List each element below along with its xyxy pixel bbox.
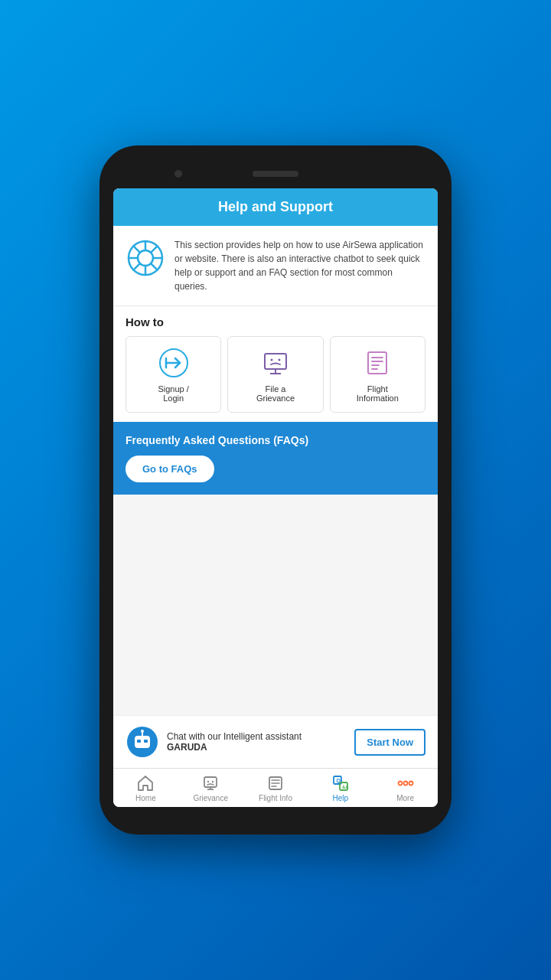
flight-info-card[interactable]: FlightInformation	[330, 336, 425, 413]
faq-title: Frequently Asked Questions (FAQs)	[126, 434, 425, 446]
howto-cards-container: Signup /Login File aGri	[126, 336, 425, 422]
phone-screen: Help and Support	[113, 188, 438, 807]
nav-label-more: More	[396, 794, 414, 802]
svg-text:Q: Q	[336, 778, 341, 784]
nav-label-flight-info: Flight Info	[259, 794, 292, 802]
nav-item-home[interactable]: Home	[113, 769, 178, 807]
chatbot-bar: Chat with our Intelligent assistant GARU…	[113, 715, 438, 768]
chatbot-text-block: Chat with our Intelligent assistant GARU…	[167, 731, 347, 753]
flight-info-nav-icon	[267, 775, 284, 792]
svg-point-16	[270, 359, 272, 361]
file-grievance-card[interactable]: File aGrievance	[227, 336, 323, 413]
svg-text:&A: &A	[342, 785, 349, 789]
nav-item-help[interactable]: Q &A Help	[308, 769, 373, 807]
grievance-label: File aGrievance	[256, 384, 295, 403]
home-icon	[137, 775, 154, 792]
start-now-button[interactable]: Start Now	[354, 729, 425, 756]
page-header: Help and Support	[113, 188, 438, 226]
howto-title: How to	[126, 315, 425, 328]
svg-rect-13	[265, 354, 286, 369]
chatbot-name: GARUDA	[167, 742, 347, 753]
phone-frame: Help and Support	[99, 145, 452, 835]
page-title: Help and Support	[218, 199, 333, 214]
svg-point-43	[403, 782, 407, 786]
svg-line-6	[133, 246, 140, 253]
nav-item-grievance[interactable]: Grievance	[178, 769, 243, 807]
help-nav-icon: Q &A	[332, 775, 349, 792]
nav-label-help: Help	[333, 794, 349, 802]
signup-login-label: Signup /Login	[158, 384, 188, 403]
svg-line-9	[133, 263, 140, 270]
bottom-nav: Home Grievance	[113, 768, 438, 807]
svg-point-32	[207, 781, 209, 782]
howto-section: How to Signup /Login	[113, 306, 438, 422]
svg-line-7	[151, 263, 158, 270]
help-circle-icon	[126, 238, 165, 278]
svg-rect-18	[368, 352, 386, 374]
signup-login-card[interactable]: Signup /Login	[126, 336, 221, 413]
phone-top-bar	[113, 159, 438, 188]
svg-rect-29	[204, 777, 217, 787]
nav-label-grievance: Grievance	[193, 794, 228, 802]
svg-rect-25	[137, 740, 141, 743]
svg-point-28	[141, 730, 144, 733]
phone-speaker	[253, 171, 298, 177]
nav-item-flight-info[interactable]: Flight Info	[243, 769, 308, 807]
grievance-nav-icon	[202, 775, 219, 792]
info-section: This section provides help on how to use…	[113, 226, 438, 306]
svg-line-8	[151, 246, 158, 253]
go-to-faqs-button[interactable]: Go to FAQs	[126, 456, 214, 482]
flight-info-label: FlightInformation	[357, 384, 399, 403]
flight-info-icon	[362, 348, 393, 378]
svg-point-44	[409, 782, 412, 786]
svg-point-33	[212, 781, 214, 782]
svg-point-17	[278, 359, 280, 361]
nav-item-more[interactable]: More	[373, 769, 438, 807]
svg-point-42	[398, 782, 402, 786]
empty-space	[113, 495, 438, 715]
phone-camera	[174, 170, 182, 178]
help-icon-wrap	[126, 238, 165, 278]
chatbot-description: Chat with our Intelligent assistant	[167, 731, 347, 742]
signup-login-icon	[158, 348, 189, 378]
faq-section: Frequently Asked Questions (FAQs) Go to …	[113, 422, 438, 495]
grievance-icon	[260, 348, 291, 378]
chatbot-icon	[126, 725, 159, 759]
nav-label-home: Home	[135, 794, 156, 802]
info-description: This section provides help on how to use…	[174, 238, 425, 293]
more-icon	[397, 775, 414, 792]
svg-rect-26	[144, 740, 148, 743]
